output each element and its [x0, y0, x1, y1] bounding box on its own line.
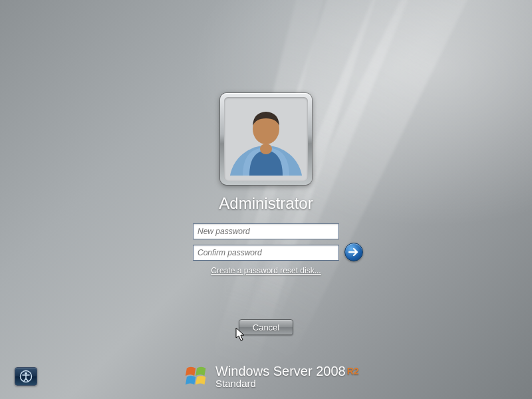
- product-suffix: R2: [347, 366, 359, 376]
- arrow-right-icon: [348, 247, 359, 257]
- svg-point-4: [25, 372, 27, 375]
- windows-logo-icon: [185, 364, 210, 390]
- confirm-password-input[interactable]: [193, 245, 339, 261]
- new-password-input[interactable]: [193, 223, 339, 239]
- user-avatar-frame: [220, 93, 312, 185]
- product-prefix: Windows Server: [215, 364, 313, 378]
- branding: Windows Server 2008R2 Standard: [185, 364, 359, 390]
- login-panel: Administrator Create a password reset di…: [193, 93, 339, 275]
- product-year: 2008: [316, 364, 346, 378]
- cancel-button[interactable]: Cancel: [239, 319, 293, 335]
- branding-text: Windows Server 2008R2 Standard: [215, 364, 359, 389]
- password-fields: [193, 223, 339, 261]
- svg-point-2: [260, 144, 272, 154]
- username-label: Administrator: [219, 194, 313, 213]
- ease-of-access-button[interactable]: [15, 367, 37, 386]
- product-edition: Standard: [215, 378, 359, 389]
- ease-of-access-icon: [19, 370, 33, 383]
- user-avatar-icon: [229, 102, 303, 176]
- submit-button[interactable]: [344, 243, 363, 261]
- product-name: Windows Server 2008R2: [215, 364, 359, 378]
- user-avatar: [224, 97, 308, 181]
- create-reset-disk-link[interactable]: Create a password reset disk...: [211, 266, 321, 275]
